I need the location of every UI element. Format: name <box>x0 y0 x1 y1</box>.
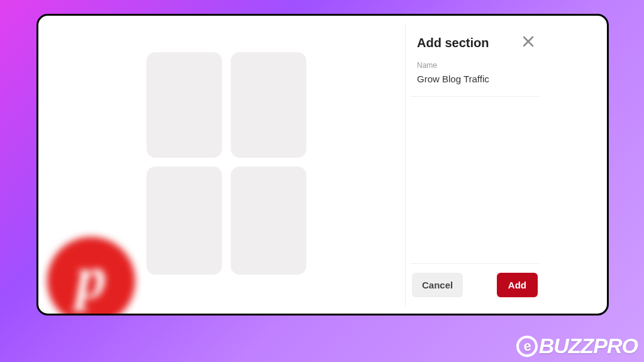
modal-actions: Cancel Add <box>411 264 539 306</box>
board-tile <box>231 52 306 158</box>
name-field-group: Name <box>411 60 539 97</box>
board-preview-pane: p <box>38 16 315 314</box>
pinterest-glyph: p <box>76 246 107 308</box>
name-label: Name <box>417 61 536 70</box>
cancel-button[interactable]: Cancel <box>412 273 463 297</box>
board-tile <box>147 167 222 275</box>
pinterest-logo-icon: p <box>47 237 135 315</box>
modal-title: Add section <box>417 36 489 50</box>
app-frame: p Add section Name Cancel Add <box>36 14 609 315</box>
watermark-e-icon: e <box>514 334 538 358</box>
add-button[interactable]: Add <box>497 273 538 297</box>
modal-header: Add section <box>411 23 539 60</box>
content-area: p Add section Name Cancel Add <box>38 16 607 314</box>
modal-body-spacer <box>411 97 539 264</box>
watermark: e BUZZPRO <box>516 334 638 358</box>
board-tile-grid <box>147 52 306 272</box>
section-name-input[interactable] <box>417 74 536 84</box>
board-tile <box>231 167 306 275</box>
watermark-text: BUZZPRO <box>539 334 638 358</box>
close-icon[interactable] <box>518 32 539 53</box>
board-tile <box>147 52 222 158</box>
add-section-modal: Add section Name Cancel Add <box>405 23 539 306</box>
